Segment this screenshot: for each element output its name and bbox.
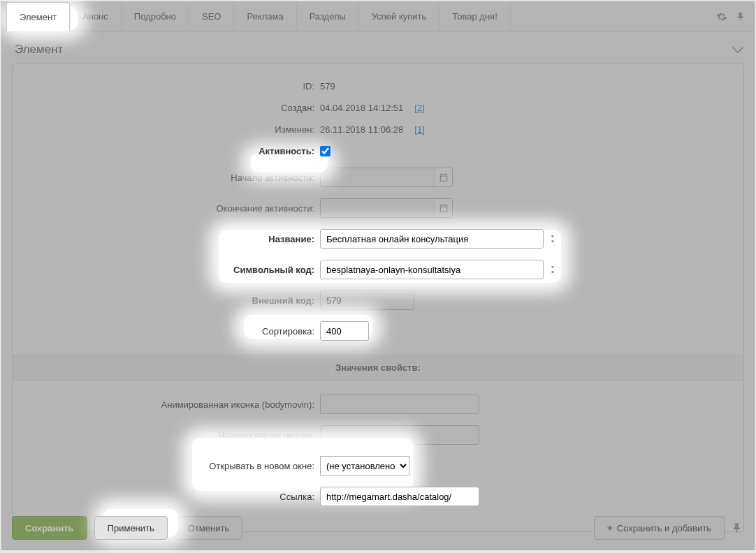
svg-point-2	[551, 266, 554, 269]
svg-point-3	[551, 271, 554, 274]
gear-icon[interactable]	[548, 231, 558, 246]
id-label: ID:	[20, 81, 320, 91]
name-label: Название:	[20, 234, 320, 244]
chevron-down-icon[interactable]	[732, 45, 744, 54]
new-window-label: Открывать в новом окне:	[20, 461, 320, 471]
calendar-icon[interactable]	[434, 199, 452, 217]
id-value: 579	[320, 81, 335, 91]
svg-point-0	[551, 235, 554, 238]
created-label: Создан:	[20, 103, 320, 113]
tab-detail[interactable]: Подробно	[122, 2, 189, 31]
extcode-label: Внешний код:	[20, 295, 320, 306]
anim-icon-input[interactable]	[320, 395, 479, 414]
gear-icon[interactable]	[548, 262, 558, 277]
gear-icon[interactable]	[716, 11, 727, 22]
apply-button[interactable]: Применить	[94, 516, 168, 540]
tab-seo[interactable]: SEO	[189, 2, 234, 31]
plus-icon: +	[607, 522, 613, 533]
start-date-input[interactable]	[320, 168, 453, 187]
tab-element[interactable]: Элемент	[6, 2, 70, 31]
save-button[interactable]: Сохранить	[12, 516, 87, 540]
page-title: Элемент	[15, 43, 63, 57]
anim-icon-label: Анимированная иконка (bodymovin):	[20, 399, 320, 410]
icon-name-input[interactable]	[320, 425, 479, 445]
created-value: 04.04.2018 14:12:51	[320, 103, 403, 113]
tab-anons[interactable]: Анонс	[70, 2, 122, 31]
props-heading: Значения свойств:	[13, 355, 743, 381]
save-and-add-button[interactable]: + Сохранить и добавить	[594, 516, 725, 540]
created-user-link[interactable]: [2]	[414, 103, 424, 113]
tabs-bar: Элемент Анонс Подробно SEO Реклама Разде…	[2, 2, 754, 31]
sort-label: Сортировка:	[20, 326, 320, 337]
tab-hurry-buy[interactable]: Успей купить	[359, 2, 439, 31]
cancel-button[interactable]: Отменить	[175, 516, 242, 540]
active-label: Активность:	[20, 146, 320, 156]
calendar-icon[interactable]	[434, 168, 452, 186]
extcode-input[interactable]	[320, 290, 414, 310]
link-input[interactable]	[320, 487, 479, 506]
icon-name-label: Наименование иконки:	[20, 430, 320, 441]
symcode-label: Символьный код:	[20, 265, 320, 275]
active-checkbox[interactable]	[320, 146, 330, 156]
modified-user-link[interactable]: [1]	[414, 124, 424, 135]
modified-label: Изменен:	[20, 124, 320, 135]
symcode-input[interactable]	[320, 260, 544, 279]
form-panel: ID: 579 Создан: 04.04.2018 14:12:51 [2] …	[12, 64, 744, 532]
pin-icon[interactable]	[736, 11, 747, 22]
start-label: Начало активности:	[20, 172, 320, 183]
name-input[interactable]	[320, 229, 544, 249]
tab-advert[interactable]: Реклама	[234, 2, 296, 31]
new-window-select[interactable]: (не установлено)	[320, 456, 409, 475]
save-add-label: Сохранить и добавить	[617, 523, 711, 533]
sort-input[interactable]	[320, 321, 369, 341]
end-date-input[interactable]	[320, 198, 453, 218]
link-label: Ссылка:	[20, 492, 320, 502]
modified-value: 26.11.2018 11:06:28	[320, 124, 403, 135]
svg-point-1	[551, 240, 554, 243]
pin-icon[interactable]	[732, 522, 744, 534]
tab-sections[interactable]: Разделы	[297, 2, 359, 31]
tab-day-product[interactable]: Товар дня!	[439, 2, 510, 31]
end-label: Окончание активности:	[20, 203, 320, 214]
